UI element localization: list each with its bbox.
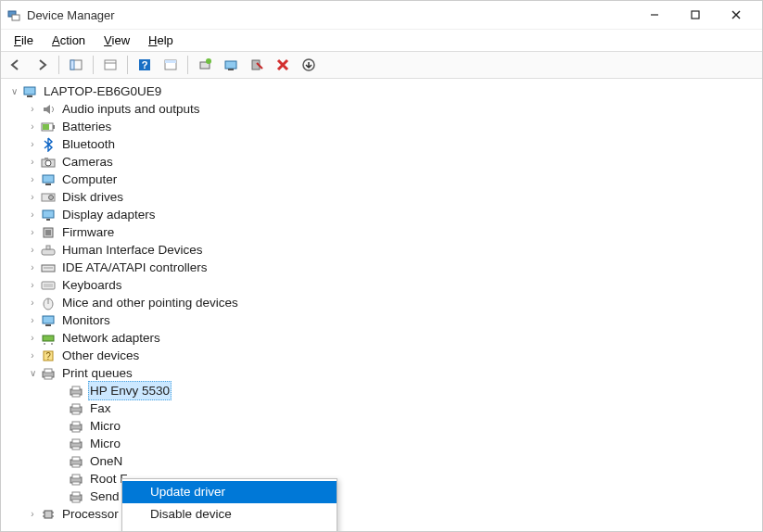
forward-button[interactable] xyxy=(31,54,53,76)
svg-rect-17 xyxy=(228,69,234,70)
expander-icon[interactable]: › xyxy=(27,223,38,241)
tree-root[interactable]: ∨ LAPTOP-EB6G0UE9 xyxy=(1,82,762,100)
menu-help[interactable]: Help xyxy=(139,32,183,49)
update-driver-button[interactable] xyxy=(220,54,242,76)
expander-icon[interactable]: › xyxy=(27,259,38,276)
tree-category[interactable]: ›Batteries xyxy=(1,118,762,135)
maximize-button[interactable] xyxy=(675,1,716,29)
expander-icon[interactable]: › xyxy=(27,118,38,135)
svg-rect-53 xyxy=(45,369,52,373)
expander-icon[interactable]: › xyxy=(27,294,38,311)
add-legacy-hardware-button[interactable] xyxy=(298,54,320,76)
category-label: Mice and other pointing devices xyxy=(60,294,240,311)
menu-action[interactable]: Action xyxy=(43,32,95,49)
context-disable-device[interactable]: Disable device xyxy=(122,503,337,526)
computer-icon xyxy=(21,84,38,99)
svg-rect-27 xyxy=(45,158,48,159)
uninstall-device-button[interactable] xyxy=(272,54,294,76)
svg-rect-29 xyxy=(45,184,51,185)
minimize-button[interactable] xyxy=(634,1,675,29)
tree-category[interactable]: ›Processor xyxy=(1,505,762,523)
expander-icon[interactable]: › xyxy=(27,100,38,118)
category-label: Audio inputs and outputs xyxy=(60,100,202,118)
expander-icon[interactable]: › xyxy=(27,153,38,171)
svg-rect-40 xyxy=(42,282,55,289)
printer-icon xyxy=(68,401,84,416)
expander-icon[interactable]: ∨ xyxy=(8,82,19,100)
properties-button[interactable] xyxy=(99,54,121,76)
svg-rect-45 xyxy=(43,316,54,323)
back-button[interactable] xyxy=(5,54,27,76)
category-icon xyxy=(40,313,57,328)
menubar: File Action View Help xyxy=(1,29,762,51)
disable-device-button[interactable] xyxy=(246,54,268,76)
menu-view[interactable]: View xyxy=(95,32,139,49)
expander-icon[interactable]: › xyxy=(27,311,38,329)
window-title: Device Manager xyxy=(27,8,634,22)
tree-category[interactable]: ›?Other devices xyxy=(1,347,762,364)
device-tree[interactable]: ∨ LAPTOP-EB6G0UE9 ›Audio inputs and outp… xyxy=(1,79,762,531)
show-hide-console-tree-button[interactable] xyxy=(65,54,87,76)
tree-device[interactable]: Micro xyxy=(1,417,762,435)
expander-icon[interactable]: › xyxy=(27,241,38,259)
tree-category[interactable]: ›Keyboards xyxy=(1,276,762,294)
toolbar-button[interactable] xyxy=(159,54,182,76)
expander-icon[interactable]: › xyxy=(27,505,38,523)
tree-category[interactable]: ›Monitors xyxy=(1,311,762,329)
category-icon xyxy=(40,137,57,152)
expander-icon[interactable]: ∨ xyxy=(27,364,38,382)
category-icon xyxy=(40,366,57,381)
expander-icon[interactable]: › xyxy=(27,329,38,347)
tree-category[interactable]: ›Firmware xyxy=(1,223,762,241)
tree-category[interactable]: ›Audio inputs and outputs xyxy=(1,100,762,118)
expander-icon[interactable]: › xyxy=(27,347,38,364)
help-button[interactable]: ? xyxy=(134,54,156,76)
expander-icon[interactable]: › xyxy=(27,188,38,206)
category-label: Other devices xyxy=(60,347,141,364)
tree-device[interactable]: Root F xyxy=(1,470,762,488)
toolbar-separator xyxy=(58,56,59,74)
close-button[interactable] xyxy=(716,1,757,29)
category-icon: ? xyxy=(40,348,57,363)
expander-icon[interactable]: › xyxy=(27,135,38,153)
category-icon xyxy=(40,260,57,275)
tree-category[interactable]: ›Network adapters xyxy=(1,329,762,347)
svg-rect-33 xyxy=(46,219,50,221)
tree-device[interactable]: HP Envy 5530 xyxy=(1,382,762,399)
expander-icon[interactable]: › xyxy=(27,276,38,294)
context-update-driver[interactable]: Update driver xyxy=(122,481,337,503)
svg-rect-54 xyxy=(45,376,52,379)
tree-device[interactable]: Send xyxy=(1,488,762,505)
tree-category[interactable]: ›IDE ATA/ATAPI controllers xyxy=(1,259,762,276)
toolbar: ? xyxy=(1,51,762,79)
context-uninstall-device[interactable]: Uninstall device xyxy=(122,526,337,531)
category-label: Cameras xyxy=(60,153,115,171)
tree-category[interactable]: ›Bluetooth xyxy=(1,135,762,153)
category-icon xyxy=(40,172,57,187)
expander-icon[interactable]: › xyxy=(27,206,38,223)
tree-category[interactable]: ∨Print queues xyxy=(1,364,762,382)
device-label: Micro xyxy=(88,417,122,435)
scan-hardware-button[interactable] xyxy=(194,54,216,76)
svg-rect-8 xyxy=(105,60,116,70)
menu-file[interactable]: File xyxy=(5,32,43,49)
tree-device[interactable]: OneN xyxy=(1,452,762,470)
category-label: Human Interface Devices xyxy=(60,241,205,259)
tree-category[interactable]: ›Disk drives xyxy=(1,188,762,206)
category-label: Display adapters xyxy=(60,206,158,223)
tree-category[interactable]: ›Display adapters xyxy=(1,206,762,223)
tree-device[interactable]: Micro xyxy=(1,435,762,452)
svg-text:?: ? xyxy=(45,351,51,361)
category-label: Computer xyxy=(60,171,119,188)
tree-device[interactable]: Fax xyxy=(1,399,762,417)
expander-icon[interactable]: › xyxy=(27,171,38,188)
svg-point-31 xyxy=(49,195,54,199)
tree-category[interactable]: ›Cameras xyxy=(1,153,762,171)
device-manager-window: Device Manager File Action View Help ? ∨ xyxy=(0,0,763,532)
category-label: Network adapters xyxy=(60,329,162,347)
tree-category[interactable]: ›Mice and other pointing devices xyxy=(1,294,762,311)
svg-rect-36 xyxy=(42,249,55,255)
tree-category[interactable]: ›Human Interface Devices xyxy=(1,241,762,259)
tree-category[interactable]: ›Computer xyxy=(1,171,762,188)
svg-rect-56 xyxy=(72,386,80,390)
